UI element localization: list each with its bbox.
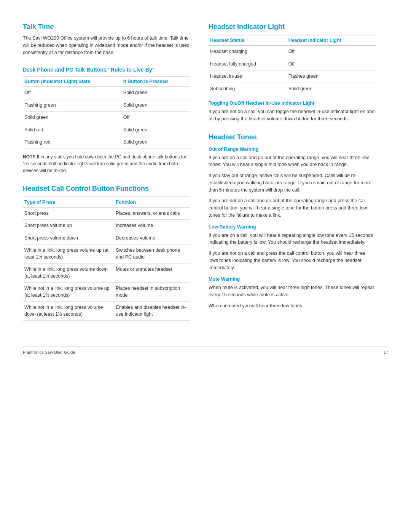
low-battery-title: Low Battery Warning [209,224,376,230]
headset-tones-title: Headset Tones [209,133,376,141]
out-of-range-title: Out of Range Warning [209,147,376,152]
desk-phone-col1-header: Button (Indicator Light) State [23,76,122,87]
table-cell: Mutes or unmutes headset [114,264,190,283]
table-cell: Headset charging [209,46,287,58]
table-row: Headset in-useFlashes green [209,70,376,83]
table-cell: Off [122,112,190,124]
table-cell: Solid green [122,87,190,99]
out-of-range-body1: If you are on a call and go out of the o… [209,154,376,169]
footer-left: Plantronics Savi User Guide [23,350,75,355]
table-row: SubscribingSolid green [209,83,376,95]
right-column: Headset Indicator Light Headset Status H… [209,23,376,331]
mute-warning-body2: When unmuted you will hear three low ton… [209,302,376,310]
low-battery-body2: If you are not on a call and press the c… [209,250,376,271]
table-cell: Flashes green [287,70,376,83]
table-cell: Short press [23,207,114,220]
table-row: Flashing greenSolid green [23,99,190,112]
table-row: Solid redSolid green [23,124,190,136]
table-cell: Subscribing [209,83,287,95]
table-row: While not in a link, long press volume u… [23,283,190,302]
headset-call-title: Headset Call Control Button Functions [23,185,190,193]
headset-call-section: Headset Call Control Button Functions Ty… [23,185,190,321]
table-cell: Increases volume [114,220,190,232]
table-row: Headset fully chargedOff [209,58,376,70]
table-row: Headset chargingOff [209,46,376,58]
out-of-range-body2: If you stay out of range, active calls w… [209,172,376,193]
table-cell: While not in a link, long press volume d… [23,302,114,321]
table-row: Flashing redSolid green [23,136,190,149]
mute-warning-body1: When mute is activated, you will hear th… [209,284,376,299]
headset-indicator-title: Headset Indicator Light [209,23,376,31]
table-cell: Solid green [122,136,190,149]
headset-indicator-section: Headset Indicator Light Headset Status H… [209,23,376,123]
table-cell: Off [23,87,122,99]
low-battery-body1: If you are on a call, you will hear a re… [209,232,376,246]
table-cell: Solid red [23,124,122,136]
table-cell: Off [287,58,376,70]
desk-phone-col2-header: If Button Is Pressed [122,76,190,87]
table-cell: While in a link, long press volume up (a… [23,244,114,264]
headset-tones-section: Headset Tones Out of Range Warning If yo… [209,133,376,310]
table-row: Short press volume downDecreases volume [23,232,190,244]
desk-phone-section: Desk Phone and PC Talk Buttons “Rules to… [23,67,190,174]
table-cell: Short press volume up [23,220,114,232]
table-row: Short pressPlaces, answers, or ends call… [23,207,190,220]
headset-indicator-table: Headset Status Headset Indicator Light H… [209,35,376,95]
table-cell: Short press volume down [23,232,114,244]
desk-phone-title: Desk Phone and PC Talk Buttons “Rules to… [23,67,190,73]
table-cell: Flashing green [23,99,122,112]
headset-call-table: Type of Press Function Short pressPlaces… [23,197,190,321]
table-row: While in a link, long press volume down … [23,264,190,283]
talk-time-title: Talk Time [23,23,190,31]
left-column: Talk Time The Savi WO200 Office system w… [23,23,190,331]
table-row: While not in a link, long press volume d… [23,302,190,321]
table-cell: Decreases volume [114,232,190,244]
table-cell: Headset fully charged [209,58,287,70]
desk-phone-table: Button (Indicator Light) State If Button… [23,76,190,149]
footer-right: 17 [384,350,388,355]
table-row: OffSolid green [23,87,190,99]
table-cell: Enables and disables headset in-use indi… [114,302,190,321]
table-row: While in a link, long press volume up (a… [23,244,190,264]
table-row: Solid greenOff [23,112,190,124]
headset-indicator-col2-header: Headset Indicator Light [287,35,376,46]
table-cell: Headset in-use [209,70,287,83]
table-cell: While not in a link, long press volume u… [23,283,114,302]
page-footer: Plantronics Savi User Guide 17 [23,347,388,355]
table-cell: Places, answers, or ends calls [114,207,190,220]
talk-time-section: Talk Time The Savi WO200 Office system w… [23,23,190,56]
toggling-body: If you are not on a call, you can toggle… [209,108,376,123]
table-cell: Solid green [122,124,190,136]
table-row: Short press volume upIncreases volume [23,220,190,232]
headset-indicator-col1-header: Headset Status [209,35,287,46]
talk-time-body: The Savi WO200 Office system will provid… [23,35,190,56]
table-cell: Switches between desk phone and PC audio [114,244,190,264]
table-cell: Off [287,46,376,58]
mute-warning-title: Mute Warning [209,276,376,282]
headset-call-col2-header: Function [114,197,190,208]
table-cell: While in a link, long press volume down … [23,264,114,283]
table-cell: Solid green [122,99,190,112]
desk-phone-note: NOTE If in any state, you hold down both… [23,153,190,174]
table-cell: Solid green [23,112,122,124]
out-of-range-body3: If you are not on a call and go out of t… [209,197,376,219]
table-cell: Solid green [287,83,376,95]
table-cell: Places headset in subscription mode [114,283,190,302]
toggling-title: Toggling On/Off Headset In-Use Indicator… [209,101,376,106]
headset-call-col1-header: Type of Press [23,197,114,208]
table-cell: Flashing red [23,136,122,149]
